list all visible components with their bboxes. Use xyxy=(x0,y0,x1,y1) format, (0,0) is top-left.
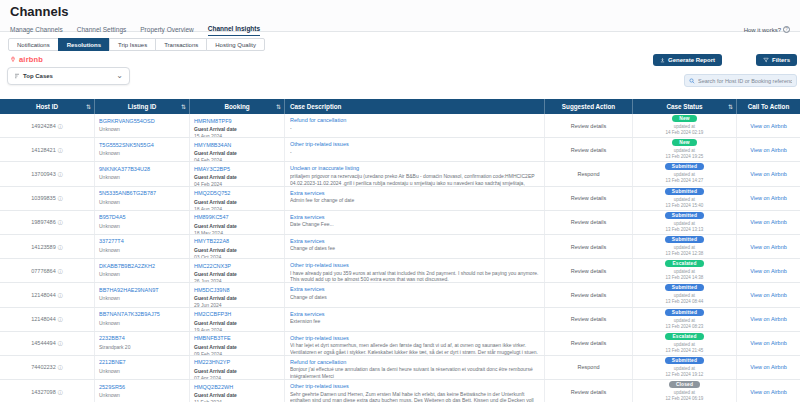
view-on-airbnb-link[interactable]: View on Airbnb xyxy=(750,268,787,274)
booking-code-link[interactable]: HM2CCBFP3H xyxy=(194,311,280,317)
guest-arrival-date: 09 Feb 2024 xyxy=(194,351,280,355)
case-snippet: Sehr geehrte Damen und Herren, Zum erste… xyxy=(290,391,539,402)
booking-cell: HMRNM8TPF9 Guest Arrival date 15 Aug 202… xyxy=(190,114,285,137)
listing-id-link[interactable]: 2212BNE7 xyxy=(99,359,185,365)
case-status-cell: Submitted updated at12 Feb 2024 19:12 xyxy=(633,356,737,379)
nav-channel-settings[interactable]: Channel Settings xyxy=(77,26,127,36)
info-icon[interactable]: ⓘ xyxy=(58,195,63,201)
info-icon[interactable]: ⓘ xyxy=(58,316,63,322)
case-title-link[interactable]: Refund for cancellation xyxy=(290,359,539,365)
suggested-action-cell: Review details xyxy=(545,114,633,137)
updated-at-date: 14 Feb 2024 02:19 xyxy=(666,130,704,135)
view-on-airbnb-link[interactable]: View on Airbnb xyxy=(750,340,787,346)
booking-code-link[interactable]: HMYTB222A8 xyxy=(194,238,280,244)
case-title-link[interactable]: Other trip-related issues xyxy=(290,141,539,147)
how-it-works-link[interactable]: How it works? ? xyxy=(744,26,790,36)
case-title-link[interactable]: Extra services xyxy=(290,190,539,196)
info-icon[interactable]: ⓘ xyxy=(58,268,63,274)
case-title-link[interactable]: Extra services xyxy=(290,286,539,292)
view-on-airbnb-link[interactable]: View on Airbnb xyxy=(750,147,787,153)
view-on-airbnb-link[interactable]: View on Airbnb xyxy=(750,219,787,225)
view-on-airbnb-link[interactable]: View on Airbnb xyxy=(750,195,787,201)
listing-id-link[interactable]: DKABB7B9B2A2ZKH2 xyxy=(99,263,185,269)
listing-id-link[interactable]: BGRKRVANG554OSD xyxy=(99,118,185,124)
booking-code-link[interactable]: HM899KC547 xyxy=(194,214,280,220)
view-on-airbnb-link[interactable]: View on Airbnb xyxy=(750,292,787,298)
info-icon[interactable]: ⓘ xyxy=(58,340,63,346)
case-title-link[interactable]: Unclean or inaccurate listing xyxy=(290,165,539,171)
col-host-id[interactable]: Host ID⇅ xyxy=(0,99,95,114)
generate-report-label: Generate Report xyxy=(668,57,715,63)
info-icon[interactable]: ⓘ xyxy=(58,364,63,370)
case-title-link[interactable]: Other trip-related issues xyxy=(290,262,539,268)
nav-channel-insights[interactable]: Channel Insights xyxy=(208,25,260,36)
view-on-airbnb-link[interactable]: View on Airbnb xyxy=(750,316,787,322)
col-booking[interactable]: Booking⇅ xyxy=(190,99,285,114)
listing-id-link[interactable]: B957D4A5 xyxy=(99,214,185,220)
booking-code-link[interactable]: HMC22CNX3P xyxy=(194,263,280,269)
nav-property-overview[interactable]: Property Overview xyxy=(140,26,193,36)
tab-notifications[interactable]: Notifications xyxy=(8,38,59,51)
listing-name: Unknown xyxy=(99,126,185,132)
host-id-cell: 07776864 ⓘ xyxy=(0,259,95,282)
listing-id-link[interactable]: 5N5335ANB6TG2B787 xyxy=(99,190,185,196)
search-input[interactable] xyxy=(698,78,792,84)
listing-id-link[interactable]: 2232BB74 xyxy=(99,335,185,341)
case-title-link[interactable]: Extra services xyxy=(290,238,539,244)
case-title-link[interactable]: Extra services xyxy=(290,311,539,317)
booking-code-link[interactable]: HMQQ2B22WH xyxy=(194,384,280,390)
sort-icon[interactable]: ⇅ xyxy=(276,103,281,110)
tab-transactions[interactable]: Transactions xyxy=(155,38,207,51)
tab-hosting-quality[interactable]: Hosting Quality xyxy=(206,38,265,51)
case-title-link[interactable]: Refund for cancellation xyxy=(290,117,539,123)
listing-id-link[interactable]: 2529SR56 xyxy=(99,384,185,390)
sort-icon[interactable]: ⇅ xyxy=(181,103,186,110)
col-listing-id[interactable]: Listing ID⇅ xyxy=(95,99,190,114)
booking-code-link[interactable]: HMQ2D5Q752 xyxy=(194,190,280,196)
booking-code-link[interactable]: HMYM8B34AN xyxy=(194,142,280,148)
nav-manage-channels[interactable]: Manage Channels xyxy=(10,26,63,36)
info-icon[interactable]: ⓘ xyxy=(58,389,63,395)
booking-code-link[interactable]: HMRNM8TPF9 xyxy=(194,118,280,124)
view-on-airbnb-link[interactable]: View on Airbnb xyxy=(750,123,787,129)
suggested-action: Review details xyxy=(571,268,606,274)
host-id-cell: 14544494 ⓘ xyxy=(0,332,95,355)
host-id: 12148044 xyxy=(31,316,55,322)
listing-id-link[interactable]: 337277T4 xyxy=(99,238,185,244)
booking-cell: HM2CCBFP3H Guest Arrival date 19 Aug 202… xyxy=(190,308,285,331)
booking-code-link[interactable]: HM5DCJ39N8 xyxy=(194,287,280,293)
generate-report-button[interactable]: Generate Report xyxy=(653,54,722,66)
case-filter-dropdown[interactable]: Top Cases ⌄ xyxy=(7,67,130,85)
sort-icon[interactable]: ⇅ xyxy=(728,103,733,110)
view-on-airbnb-link[interactable]: View on Airbnb xyxy=(750,244,787,250)
booking-code-link[interactable]: HM223HN2YP xyxy=(194,359,280,365)
booking-code-link[interactable]: HMAY3C2BP5 xyxy=(194,166,280,172)
view-on-airbnb-link[interactable]: View on Airbnb xyxy=(750,389,787,395)
host-id-cell: 74402232 ⓘ xyxy=(0,356,95,379)
case-snippet: Bonjour j'ai effectué une annulation dan… xyxy=(290,366,539,379)
view-on-airbnb-link[interactable]: View on Airbnb xyxy=(750,364,787,370)
info-icon[interactable]: ⓘ xyxy=(58,147,63,153)
listing-id-link[interactable]: T5G5552SNK5N55G4 xyxy=(99,142,185,148)
case-title-link[interactable]: Other trip-related issues xyxy=(290,383,539,389)
case-title-link[interactable]: Extra services xyxy=(290,214,539,220)
filters-button[interactable]: Filters xyxy=(756,54,797,66)
listing-id-link[interactable]: BB7HA92HAE29NAN9T xyxy=(99,287,185,293)
booking-code-link[interactable]: HMBNFB3TFE xyxy=(194,335,280,341)
case-snippet: - xyxy=(290,149,539,156)
status-badge: Escalated xyxy=(665,333,703,340)
tab-trip-issues[interactable]: Trip Issues xyxy=(109,38,156,51)
info-icon[interactable]: ⓘ xyxy=(58,123,63,129)
col-case-status[interactable]: Case Status⇅ xyxy=(633,99,737,114)
info-icon[interactable]: ⓘ xyxy=(58,292,63,298)
tab-resolutions[interactable]: Resolutions xyxy=(58,38,110,51)
view-on-airbnb-link[interactable]: View on Airbnb xyxy=(750,171,787,177)
col-suggested-action: Suggested Action xyxy=(545,99,633,114)
case-title-link[interactable]: Other trip-related issues xyxy=(290,335,539,341)
info-icon[interactable]: ⓘ xyxy=(58,219,63,225)
listing-id-link[interactable]: BB7NAN7A7K32B9AJ75 xyxy=(99,311,185,317)
sort-icon[interactable]: ⇅ xyxy=(86,103,91,110)
listing-id-link[interactable]: 9NKNKA377B34U28 xyxy=(99,166,185,172)
info-icon[interactable]: ⓘ xyxy=(58,171,63,177)
info-icon[interactable]: ⓘ xyxy=(58,244,63,250)
